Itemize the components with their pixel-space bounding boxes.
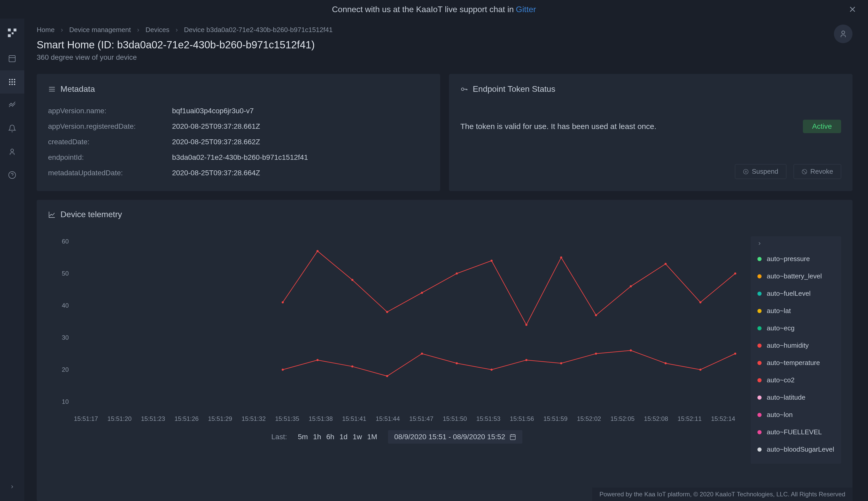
nav-users[interactable] — [0, 140, 24, 163]
chevron-right-icon: › — [137, 26, 140, 34]
nav-devices[interactable] — [0, 70, 24, 94]
legend-label: auto~ecg — [767, 324, 795, 332]
svg-text:20: 20 — [62, 366, 69, 373]
svg-point-42 — [386, 311, 388, 313]
date-range-picker[interactable]: 08/9/2020 15:51 - 08/9/2020 15:52 — [388, 430, 523, 444]
nav-alerts[interactable] — [0, 117, 24, 140]
svg-point-49 — [630, 285, 632, 287]
legend-label: auto~FUELLEVEL — [767, 428, 822, 436]
svg-point-8 — [9, 79, 10, 80]
legend-item[interactable]: auto~FUELLEVEL — [751, 424, 841, 441]
time-range-option[interactable]: 1h — [310, 431, 324, 442]
svg-point-39 — [282, 301, 284, 303]
nav-help[interactable] — [0, 163, 24, 186]
x-tick-label: 15:51:59 — [543, 415, 567, 423]
token-title: Endpoint Token Status — [473, 84, 556, 94]
legend-color-icon — [757, 291, 761, 296]
sidebar-expand-icon[interactable] — [0, 480, 24, 493]
svg-point-41 — [351, 279, 353, 281]
breadcrumb-devices[interactable]: Devices — [145, 26, 169, 34]
legend-item[interactable]: auto~lat — [751, 302, 841, 320]
telemetry-chart[interactable]: 102030405060 15:51:1715:51:2015:51:2315:… — [48, 236, 746, 493]
svg-point-15 — [11, 84, 13, 85]
x-tick-label: 15:52:08 — [644, 415, 668, 423]
status-badge: Active — [803, 120, 841, 133]
page-title: Smart Home (ID: b3da0a02-71e2-430b-b260-… — [37, 39, 333, 51]
legend-color-icon — [757, 309, 761, 313]
svg-point-61 — [560, 362, 562, 364]
svg-point-17 — [11, 149, 14, 152]
svg-point-50 — [665, 263, 667, 265]
close-icon[interactable] — [848, 5, 857, 14]
ban-icon — [802, 169, 807, 174]
svg-rect-4 — [8, 34, 11, 37]
svg-point-14 — [9, 84, 10, 85]
breadcrumb-device-mgmt[interactable]: Device management — [69, 26, 131, 34]
legend-item[interactable]: auto~ecg — [751, 320, 841, 337]
breadcrumb-home[interactable]: Home — [37, 26, 55, 34]
metadata-value: 2020-08-25T09:37:28.661Z — [172, 122, 260, 130]
revoke-button[interactable]: Revoke — [794, 164, 841, 179]
telemetry-title: Device telemetry — [61, 210, 122, 219]
time-range-option[interactable]: 1w — [350, 431, 364, 442]
legend-item[interactable]: auto~pressure — [751, 250, 841, 268]
suspend-button[interactable]: Suspend — [735, 164, 787, 179]
banner-gitter-link[interactable]: Gitter — [516, 5, 536, 14]
legend-color-icon — [757, 326, 761, 330]
legend-color-icon — [757, 257, 761, 261]
logo-icon[interactable] — [0, 19, 24, 47]
legend-item[interactable]: auto~humidity — [751, 337, 841, 354]
svg-point-65 — [699, 369, 701, 371]
time-range-option[interactable]: 1d — [337, 431, 350, 442]
x-tick-label: 15:51:53 — [476, 415, 501, 423]
legend-item[interactable]: auto~temperature — [751, 354, 841, 372]
legend-label: auto~humidity — [767, 341, 809, 350]
legend-color-icon — [757, 343, 761, 348]
time-range-option[interactable]: 5m — [295, 431, 310, 442]
metadata-title: Metadata — [61, 84, 95, 94]
time-range-option[interactable]: 1M — [364, 431, 380, 442]
x-tick-label: 15:51:47 — [409, 415, 433, 423]
svg-line-32 — [803, 170, 806, 173]
legend-label: auto~latitude — [767, 393, 805, 402]
legend-label: auto~battery_level — [767, 272, 822, 280]
legend-label: auto~fuelLevel — [767, 289, 811, 298]
svg-point-9 — [11, 79, 13, 80]
metadata-value: 2020-08-25T09:37:28.664Z — [172, 169, 260, 177]
pause-icon — [743, 169, 749, 174]
metadata-label: metadataUpdatedDate: — [48, 169, 172, 177]
svg-rect-67 — [510, 435, 515, 440]
x-tick-label: 15:51:23 — [141, 415, 165, 423]
user-menu-button[interactable] — [834, 24, 853, 43]
svg-point-53 — [282, 369, 284, 371]
svg-point-40 — [317, 250, 319, 252]
svg-point-47 — [560, 256, 562, 258]
svg-rect-3 — [14, 29, 17, 32]
legend-item[interactable]: auto~latitude — [751, 389, 841, 406]
svg-point-62 — [595, 353, 597, 355]
metadata-label: endpointId: — [48, 153, 172, 162]
metadata-value: 2020-08-25T09:37:28.662Z — [172, 138, 260, 146]
x-tick-label: 15:51:38 — [309, 415, 333, 423]
metadata-row: appVersion.registeredDate:2020-08-25T09:… — [48, 119, 429, 134]
legend-item[interactable]: auto~co2 — [751, 372, 841, 389]
legend-item[interactable]: auto~bloodSugarLevel — [751, 441, 841, 458]
nav-dashboard[interactable] — [0, 47, 24, 70]
token-status-card: Endpoint Token Status The token is valid… — [449, 74, 853, 191]
svg-text:50: 50 — [62, 270, 69, 277]
legend-item[interactable]: auto~lon — [751, 406, 841, 424]
time-range-option[interactable]: 6h — [324, 431, 337, 442]
svg-text:60: 60 — [62, 238, 69, 245]
legend-collapse-icon[interactable] — [751, 241, 841, 250]
token-message: The token is valid for use. It has been … — [460, 122, 657, 131]
calendar-icon — [509, 434, 516, 440]
legend-panel: auto~pressureauto~battery_levelauto~fuel… — [751, 236, 841, 464]
svg-point-63 — [630, 350, 632, 352]
legend-item[interactable]: auto~fuelLevel — [751, 285, 841, 302]
legend-item[interactable]: auto~battery_level — [751, 268, 841, 285]
metadata-value: b3da0a02-71e2-430b-b260-b971c1512f41 — [172, 153, 308, 162]
chevron-right-icon: › — [61, 26, 63, 34]
svg-point-54 — [317, 359, 319, 361]
nav-analytics[interactable] — [0, 94, 24, 117]
svg-point-57 — [421, 353, 423, 355]
